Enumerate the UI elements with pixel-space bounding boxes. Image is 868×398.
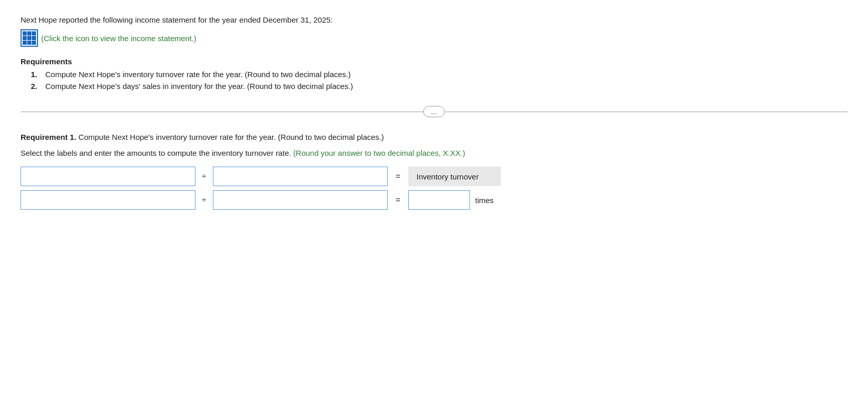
requirement-item-2: 2. Compute Next Hope's days' sales in in… (31, 82, 847, 91)
req-number-2: 2. (31, 82, 41, 91)
row1-input2[interactable] (213, 167, 388, 186)
intro-text: Next Hope reported the following income … (21, 15, 847, 24)
divider-section: ... (21, 106, 847, 117)
req1-header-bold: Requirement 1. (21, 133, 76, 141)
req-text-1: Compute Next Hope's inventory turnover r… (45, 70, 351, 79)
row2-input1[interactable] (21, 190, 195, 210)
requirements-section: Requirements 1. Compute Next Hope's inve… (21, 57, 847, 91)
row1-divide-operator: ÷ (201, 172, 208, 181)
requirement-item-1: 1. Compute Next Hope's inventory turnove… (31, 70, 847, 79)
formula-row-1: ÷ = Inventory turnover (21, 167, 847, 186)
row1-result-label: Inventory turnover (408, 167, 501, 186)
formula-row-2: ÷ = times (21, 190, 847, 210)
row1-equals: = (393, 172, 403, 181)
instruction-main: Select the labels and enter the amounts … (21, 149, 291, 157)
divider-line-right (444, 112, 847, 112)
divider-dots-button[interactable]: ... (423, 106, 445, 117)
instruction-text: Select the labels and enter the amounts … (21, 149, 847, 157)
row2-divide-operator: ÷ (201, 195, 208, 205)
row2-equals: = (393, 195, 403, 205)
requirement1-header: Requirement 1. Compute Next Hope's inven… (21, 133, 847, 141)
divider-line-left (21, 112, 424, 112)
row2-result-input[interactable] (408, 190, 470, 210)
formula-rows: ÷ = Inventory turnover ÷ = times (21, 167, 847, 210)
req-number-1: 1. (31, 70, 41, 79)
icon-link-text: (Click the icon to view the income state… (41, 34, 196, 43)
row1-input1[interactable] (21, 167, 195, 186)
req1-header-text: Compute Next Hope's inventory turnover r… (76, 133, 384, 141)
req-text-2: Compute Next Hope's days' sales in inven… (45, 82, 353, 91)
row2-times-label: times (475, 196, 494, 205)
income-statement-icon-link[interactable]: (Click the icon to view the income state… (21, 29, 196, 47)
grid-icon (21, 29, 38, 47)
instruction-green: (Round your answer to two decimal places… (291, 149, 465, 157)
requirements-title: Requirements (21, 57, 847, 66)
row2-input2[interactable] (213, 190, 388, 210)
